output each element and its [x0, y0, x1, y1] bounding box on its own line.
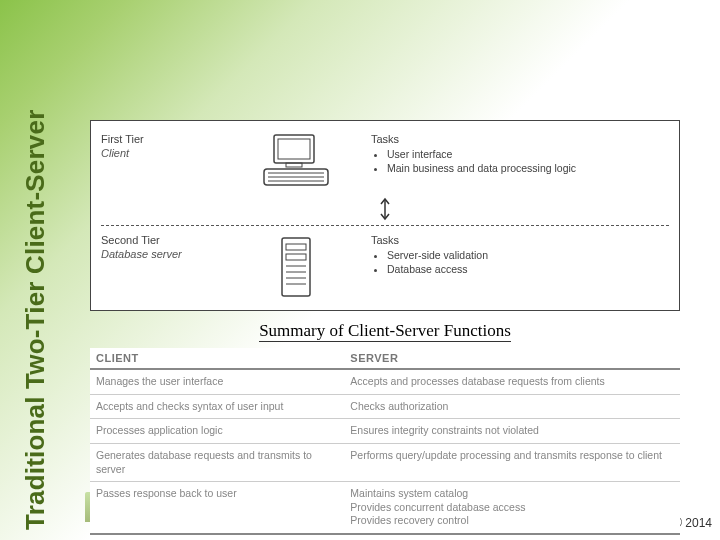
tier-divider: [101, 225, 669, 226]
summary-table: CLIENT SERVER Manages the user interface…: [90, 348, 680, 535]
first-tier-tasks-label: Tasks: [371, 133, 669, 145]
second-tier-tasks-label: Tasks: [371, 234, 669, 246]
summary-header-server: SERVER: [350, 352, 398, 364]
summary-header-row: CLIENT SERVER: [90, 348, 680, 370]
server-icon: [274, 234, 318, 300]
client-cell: Accepts and checks syntax of user input: [96, 400, 350, 414]
second-tier-label: Second Tier: [101, 234, 221, 246]
client-cell: Manages the user interface: [96, 375, 350, 389]
table-row: Accepts and checks syntax of user input …: [90, 395, 680, 420]
table-row: Manages the user interface Accepts and p…: [90, 370, 680, 395]
server-cell: Ensures integrity constraints not violat…: [350, 424, 674, 438]
first-tier-role: Client: [101, 147, 221, 159]
slide-title: Traditional Two-Tier Client-Server: [20, 110, 51, 530]
server-cell: Maintains system catalog Provides concur…: [350, 487, 674, 528]
table-row: Processes application logic Ensures inte…: [90, 419, 680, 444]
client-cell: Processes application logic: [96, 424, 350, 438]
summary-title: Summary of Client-Server Functions: [259, 321, 511, 342]
content-area: First Tier Client Tasks: [90, 120, 680, 535]
table-row: Generates database requests and transmit…: [90, 444, 680, 482]
server-cell: Checks authorization: [350, 400, 674, 414]
tiers-figure: First Tier Client Tasks: [90, 120, 680, 311]
summary-header-client: CLIENT: [96, 352, 350, 364]
svg-rect-9: [286, 244, 306, 250]
slide: Traditional Two-Tier Client-Server © 201…: [0, 0, 720, 540]
client-cell: Generates database requests and transmit…: [96, 449, 350, 476]
first-tier-row: First Tier Client Tasks: [101, 129, 669, 195]
svg-rect-10: [286, 254, 306, 260]
task-item: User interface: [387, 147, 669, 161]
first-tier-label: First Tier: [101, 133, 221, 145]
task-item: Server-side validation: [387, 248, 669, 262]
client-cell: Passes response back to user: [96, 487, 350, 528]
svg-rect-1: [278, 139, 310, 159]
task-item: Main business and data processing logic: [387, 161, 669, 175]
arrow-updown-icon: [378, 197, 392, 221]
task-item: Database access: [387, 262, 669, 276]
table-row: Passes response back to user Maintains s…: [90, 482, 680, 535]
computer-icon: [256, 133, 336, 191]
server-cell: Accepts and processes database requests …: [350, 375, 674, 389]
second-tier-row: Second Tier Database server Tas: [101, 230, 669, 304]
second-tier-role: Database server: [101, 248, 221, 260]
server-cell: Performs query/update processing and tra…: [350, 449, 674, 476]
